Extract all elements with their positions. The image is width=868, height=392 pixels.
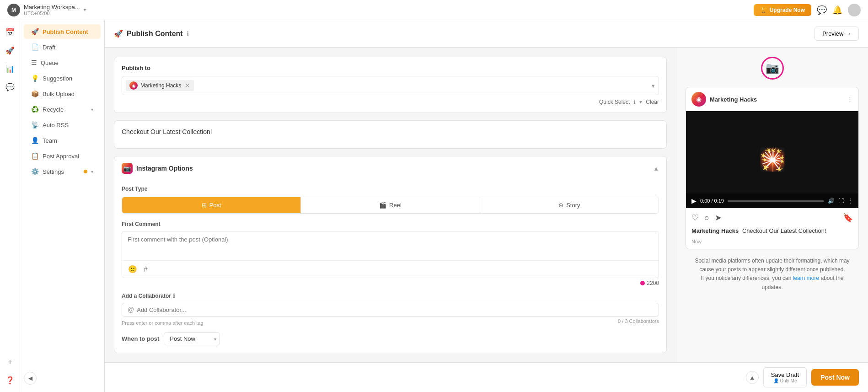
nav-team-label: Team	[43, 137, 93, 144]
post-text: Checkout Our Latest Collection!	[122, 128, 212, 135]
sidebar-icon-add[interactable]: ＋	[2, 354, 18, 370]
post-now-button[interactable]: Post Now	[811, 369, 859, 386]
preview-caption-username: Marketing Hacks	[691, 227, 739, 234]
video-options-icon[interactable]: ⋮	[847, 198, 853, 204]
comment-emoji-button[interactable]: 🙂	[127, 263, 139, 275]
topbar-right: 🏆 Upgrade Now 💬 🔔	[754, 4, 861, 16]
nav-approval-label: Post Approval	[43, 153, 93, 160]
nav-item-team[interactable]: 👤 Team	[24, 133, 101, 148]
instagram-preview-logo: 📷	[761, 57, 784, 80]
nav-item-auto-rss[interactable]: 📡 Auto RSS	[24, 118, 101, 132]
video-fullscreen-icon[interactable]: ⛶	[838, 198, 844, 204]
tab-story[interactable]: ⊕ Story	[480, 197, 659, 213]
topbar-left: M Marketing Workspa... UTC+05:00 ▾	[7, 4, 86, 16]
preview-avatar: ◉	[691, 92, 706, 107]
rss-nav-icon: 📡	[31, 121, 39, 129]
save-draft-button[interactable]: Save Draft 👤 Only Me	[763, 367, 807, 387]
nav-item-publish[interactable]: 🚀 Publish Content	[24, 24, 101, 39]
nav-rss-label: Auto RSS	[43, 122, 93, 129]
content-area: 🚀 Publish Content ℹ Preview → Publish to…	[105, 20, 868, 392]
nav-item-bulk-upload[interactable]: 📦 Bulk Upload	[24, 86, 101, 101]
recycle-arrow-icon: ▾	[91, 107, 93, 112]
collapse-sidebar-button[interactable]: ◀	[24, 372, 37, 385]
share-icon[interactable]: ➤	[715, 213, 722, 223]
editor-content[interactable]: Checkout Our Latest Collection!	[114, 121, 666, 149]
preview-label: Preview →	[822, 30, 851, 37]
comment-icon[interactable]: ○	[704, 213, 709, 223]
workspace-chevron-icon[interactable]: ▾	[84, 7, 86, 12]
comment-toolbar: 🙂 #	[122, 260, 659, 278]
bookmark-icon[interactable]: 🔖	[843, 213, 853, 223]
nav-draft-label: Draft	[43, 44, 93, 51]
nav-item-suggestion[interactable]: 💡 Suggestion	[24, 71, 101, 86]
comment-hashtag-button[interactable]: #	[142, 263, 149, 275]
collaborator-section: Add a Collaborator ℹ @ Press enter or co…	[122, 293, 659, 326]
nav-item-settings[interactable]: ⚙️ Settings ▾	[24, 164, 101, 179]
form-col: Publish to ◉ Marketing Hacks ✕ ▾ Quick S…	[105, 48, 676, 362]
collaborator-label-text: Add a Collaborator	[122, 293, 171, 299]
sidebar-icon-help[interactable]: ❓	[2, 372, 18, 388]
collaborator-label: Add a Collaborator ℹ	[122, 293, 659, 299]
preview-more-icon[interactable]: ⋮	[847, 96, 853, 103]
collaborator-input[interactable]	[137, 306, 653, 313]
title-info-icon[interactable]: ℹ	[187, 30, 189, 38]
channel-dropdown-icon[interactable]: ▾	[652, 82, 655, 89]
expand-bottom-button[interactable]: ▲	[746, 371, 759, 384]
nav-item-draft[interactable]: 📄 Draft	[24, 40, 101, 54]
preview-caption: Marketing Hacks Checkout Our Latest Coll…	[686, 227, 858, 239]
preview-username: Marketing Hacks	[710, 96, 843, 103]
preview-avatar-icon: ◉	[696, 96, 702, 103]
collaborator-info-icon[interactable]: ℹ	[173, 293, 175, 299]
publish-nav-icon: 🚀	[31, 28, 39, 35]
quick-select-info-icon[interactable]: ℹ	[633, 99, 636, 105]
preview-button[interactable]: Preview →	[814, 27, 859, 41]
nav-recycle-label: Recycle	[43, 106, 87, 113]
text-editor: Checkout Our Latest Collection! 🎇 ✕ Edit…	[114, 120, 667, 149]
nav-item-recycle[interactable]: ♻️ Recycle ▾	[24, 102, 101, 117]
nav-queue-label: Queue	[41, 59, 93, 66]
preview-note-prefix: If you notice any differences, you can	[701, 275, 792, 281]
user-avatar[interactable]	[848, 4, 861, 16]
instagram-options-body: Post Type ⊞ Post 🎬 Reel ⊕	[114, 186, 666, 353]
content-header: 🚀 Publish Content ℹ Preview →	[105, 20, 868, 48]
messages-button[interactable]: 💬	[817, 5, 827, 15]
reel-tab-icon: 🎬	[379, 202, 386, 209]
instagram-options-header[interactable]: 📷 Instagram Options ▲	[114, 156, 666, 180]
video-time: 0:00 / 0:19	[700, 198, 724, 204]
sidebar-icon-analytics[interactable]: 📊	[2, 60, 18, 77]
trophy-icon: 🏆	[760, 7, 767, 13]
video-play-icon[interactable]: ▶	[691, 197, 697, 204]
only-me-icon: 👤	[773, 378, 779, 383]
publish-to-section: Publish to ◉ Marketing Hacks ✕ ▾ Quick S…	[114, 57, 667, 113]
instagram-options-section: 📷 Instagram Options ▲ Post Type ⊞ Post	[114, 156, 667, 353]
sidebar-icon-publish[interactable]: 🚀	[2, 42, 18, 59]
first-comment-label: First Comment	[122, 221, 659, 227]
upgrade-label: Upgrade Now	[770, 7, 805, 13]
nav-item-queue[interactable]: ☰ Queue	[24, 55, 101, 70]
learn-more-link[interactable]: learn more	[793, 275, 819, 281]
two-col-layout: Publish to ◉ Marketing Hacks ✕ ▾ Quick S…	[105, 48, 868, 362]
video-content-decoration: 🎇	[759, 147, 786, 172]
instagram-collapse-icon[interactable]: ▲	[653, 165, 659, 172]
nav-item-post-approval[interactable]: 📋 Post Approval	[24, 149, 101, 163]
video-volume-icon[interactable]: 🔊	[828, 198, 835, 204]
like-icon[interactable]: ♡	[691, 213, 699, 223]
video-progress-bar[interactable]	[728, 200, 824, 202]
post-type-label: Post Type	[122, 186, 659, 192]
channel-tags-container[interactable]: ◉ Marketing Hacks ✕ ▾	[122, 76, 659, 95]
post-timing-select[interactable]: Post Now Schedule Add to Queue	[164, 332, 220, 345]
tab-post[interactable]: ⊞ Post	[122, 197, 301, 213]
channel-tag-remove-icon[interactable]: ✕	[185, 82, 190, 89]
sidebar-icon-social[interactable]: 💬	[2, 79, 18, 95]
sidebar-icon-calendar[interactable]: 📅	[2, 24, 18, 40]
tab-reel[interactable]: 🎬 Reel	[301, 197, 480, 213]
upgrade-button[interactable]: 🏆 Upgrade Now	[754, 4, 811, 16]
preview-actions: ♡ ○ ➤ 🔖	[686, 208, 858, 227]
bottom-bar: ▲ Save Draft 👤 Only Me Post Now	[105, 362, 868, 392]
instagram-icon: 📷	[122, 163, 133, 174]
first-comment-input[interactable]	[122, 231, 659, 259]
clear-button[interactable]: Clear	[646, 99, 659, 105]
notifications-button[interactable]: 🔔	[832, 5, 842, 15]
publish-header-icon: 🚀	[114, 29, 123, 38]
quick-select-label: Quick Select	[599, 99, 630, 105]
